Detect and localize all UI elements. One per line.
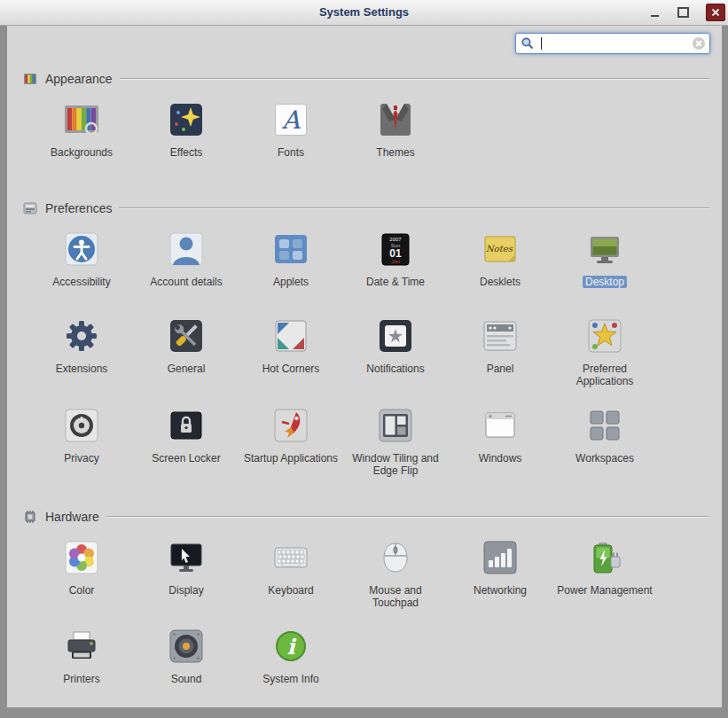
power-management-icon (583, 536, 626, 579)
section-title: Preferences (45, 201, 112, 215)
hardware-section-icon (23, 510, 37, 524)
search-input[interactable] (516, 34, 709, 53)
tile-label: Notifications (366, 363, 424, 375)
clear-search-icon[interactable] (692, 36, 706, 51)
tile-hot-corners[interactable]: Hot Corners (239, 315, 343, 388)
hardware-grid: Color Display (7, 536, 722, 697)
tile-label: Applets (273, 276, 309, 288)
accessibility-icon (60, 228, 103, 270)
tile-date-time[interactable]: 2007 Sun 01 Jan Date & Time (343, 228, 448, 299)
tile-label: Display (168, 584, 203, 597)
tile-label: Date & Time (366, 276, 425, 288)
panel-icon (479, 315, 521, 357)
tile-label: Power Management (557, 584, 652, 597)
section-header: Hardware (7, 508, 722, 526)
maximize-button[interactable] (671, 0, 694, 25)
tile-display[interactable]: Display (134, 536, 239, 610)
tile-account-details[interactable]: Account details (134, 228, 239, 299)
tile-backgrounds[interactable]: Backgrounds (29, 98, 134, 169)
general-icon (165, 315, 207, 357)
appearance-section-icon (23, 72, 37, 86)
section-hardware: Hardware Color (7, 508, 722, 697)
tile-preferred-applications[interactable]: Preferred Applications (552, 315, 657, 388)
svg-text:2007: 2007 (389, 237, 402, 242)
tile-fonts[interactable]: A Fonts (239, 98, 343, 169)
networking-icon (479, 536, 521, 579)
tile-windows[interactable]: Windows (448, 404, 552, 478)
svg-text:Jan: Jan (391, 259, 400, 264)
preferences-grid: Accessibility Account details Applets (7, 228, 722, 478)
search-row (7, 26, 722, 54)
tile-applets[interactable]: Applets (239, 228, 343, 299)
tile-networking[interactable]: Networking (448, 536, 552, 610)
tile-desklets[interactable]: Notes Desklets (448, 228, 552, 299)
startup-applications-icon (270, 404, 312, 447)
section-appearance: Appearance Backgrounds (7, 70, 722, 169)
tile-startup-applications[interactable]: Startup Applications (239, 404, 343, 478)
titlebar: System Settings (0, 0, 728, 26)
screen-locker-icon (165, 404, 207, 447)
tile-label: Desktop (583, 276, 627, 288)
tile-mouse-touchpad[interactable]: Mouse and Touchpad (343, 536, 448, 610)
tile-accessibility[interactable]: Accessibility (29, 228, 134, 299)
section-header: Preferences (7, 199, 722, 217)
hot-corners-icon (270, 315, 312, 357)
tile-panel[interactable]: Panel (448, 315, 552, 388)
close-button[interactable] (706, 4, 725, 21)
section-title: Hardware (45, 510, 99, 524)
appearance-grid: Backgrounds Effects A Fonts (7, 98, 722, 169)
tile-label: Themes (376, 146, 414, 159)
tile-label: Panel (487, 363, 514, 375)
preferences-section-icon (23, 201, 37, 215)
tile-color[interactable]: Color (29, 536, 134, 610)
workspaces-icon (583, 404, 626, 447)
section-preferences: Preferences Accessibility (7, 199, 722, 478)
tile-themes[interactable]: Themes (343, 98, 448, 169)
printers-icon (60, 625, 103, 667)
account-details-icon (165, 228, 207, 270)
svg-text:A: A (281, 105, 301, 135)
privacy-icon (60, 404, 103, 447)
effects-icon (165, 98, 207, 141)
tile-notifications[interactable]: Notifications (343, 315, 448, 388)
tile-desktop[interactable]: Desktop (552, 228, 657, 299)
desktop-icon (583, 228, 626, 270)
tile-label: General (168, 363, 206, 375)
tile-workspaces[interactable]: Workspaces (552, 404, 657, 478)
tile-power-management[interactable]: Power Management (552, 536, 657, 610)
system-info-icon: i (270, 625, 312, 667)
tile-label: Screen Locker (152, 452, 220, 464)
tile-screen-locker[interactable]: Screen Locker (134, 404, 239, 478)
tile-window-tiling[interactable]: Window Tiling and Edge Flip (343, 404, 448, 478)
svg-text:Notes: Notes (486, 244, 513, 254)
backgrounds-icon (60, 98, 103, 141)
tile-sound[interactable]: Sound (134, 625, 239, 696)
tile-system-info[interactable]: i System Info (239, 625, 343, 696)
display-icon (165, 536, 207, 579)
tile-printers[interactable]: Printers (29, 625, 134, 696)
tile-effects[interactable]: Effects (134, 98, 239, 169)
tile-keyboard[interactable]: Keyboard (239, 536, 343, 610)
tile-label: Effects (170, 146, 202, 159)
section-header: Appearance (7, 70, 722, 88)
notifications-icon (374, 315, 417, 357)
tile-label: Fonts (278, 146, 304, 159)
desklets-icon: Notes (479, 228, 521, 270)
minimize-button[interactable] (643, 0, 666, 25)
tile-label: Accessibility (52, 276, 110, 288)
tile-label: Workspaces (575, 452, 634, 464)
section-title: Appearance (45, 72, 113, 86)
window-content: Appearance Backgrounds (7, 26, 722, 707)
tile-general[interactable]: General (134, 315, 239, 388)
section-divider (119, 207, 709, 209)
search-box (515, 33, 710, 54)
tile-label: Color (69, 584, 95, 597)
tile-label: Mouse and Touchpad (346, 584, 445, 610)
tile-extensions[interactable]: Extensions (29, 315, 134, 388)
maximize-icon (677, 7, 689, 18)
tile-privacy[interactable]: Privacy (29, 404, 134, 478)
themes-icon (374, 98, 417, 141)
tile-label: Preferred Applications (555, 363, 654, 388)
tile-label: Startup Applications (244, 452, 338, 464)
svg-text:01: 01 (389, 247, 402, 260)
